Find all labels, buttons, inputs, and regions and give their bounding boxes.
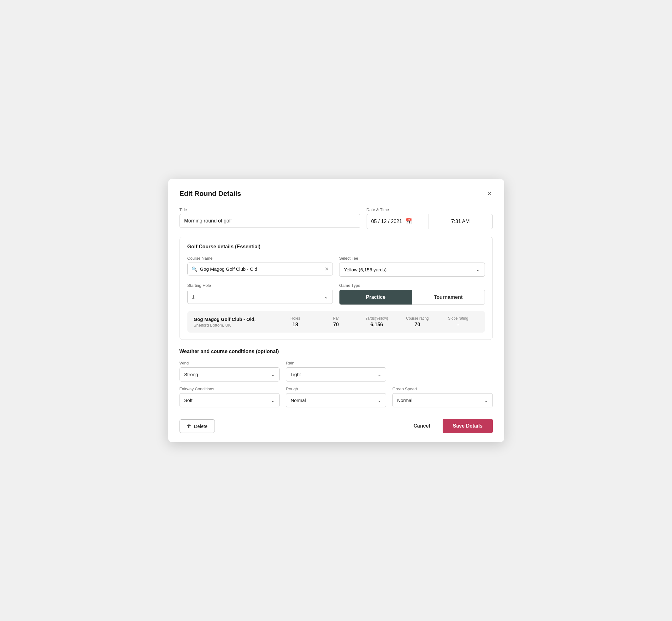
fairway-dropdown[interactable]: Soft ⌄ [179, 393, 280, 407]
par-label: Par [316, 316, 356, 321]
par-value: 70 [316, 322, 356, 328]
modal-title: Edit Round Details [179, 190, 241, 198]
modal-header: Edit Round Details × [179, 189, 493, 199]
course-rating-stat: Course rating 70 [397, 316, 438, 328]
fairway-rough-green-row: Fairway Conditions Soft ⌄ Rough Normal ⌄… [179, 386, 493, 407]
delete-label: Delete [194, 423, 208, 429]
date-time-inputs: 05 / 12 / 2021 📅 7:31 AM [367, 214, 493, 229]
chevron-down-icon: ⌄ [476, 266, 480, 273]
yards-stat: Yards(Yellow) 6,156 [356, 316, 397, 328]
green-speed-label: Green Speed [392, 386, 493, 391]
select-tee-label: Select Tee [339, 256, 485, 261]
trash-icon: 🗑 [187, 423, 192, 429]
course-name-field: Course Name 🔍 ✕ [187, 256, 333, 277]
clear-icon[interactable]: ✕ [325, 266, 329, 272]
title-field-group: Title [179, 207, 360, 229]
title-label: Title [179, 207, 360, 212]
calendar-icon: 📅 [405, 218, 412, 225]
chevron-down-icon: ⌄ [377, 371, 381, 377]
starting-hole-label: Starting Hole [187, 283, 333, 288]
modal-footer: 🗑 Delete Cancel Save Details [179, 415, 493, 433]
par-stat: Par 70 [316, 316, 356, 328]
rough-value: Normal [291, 398, 306, 403]
starting-hole-value: 1 [192, 294, 195, 299]
rough-dropdown[interactable]: Normal ⌄ [286, 393, 386, 407]
wind-dropdown[interactable]: Strong ⌄ [179, 367, 280, 381]
date-time-label: Date & Time [367, 207, 493, 212]
slope-rating-label: Slope rating [438, 316, 478, 321]
game-type-label: Game Type [339, 283, 485, 288]
slope-rating-stat: Slope rating - [438, 316, 478, 328]
course-name-location: Gog Magog Golf Club - Old, Shelford Bott… [194, 317, 275, 328]
date-value: 05 / 12 / 2021 [371, 219, 402, 224]
date-time-field-group: Date & Time 05 / 12 / 2021 📅 7:31 AM [367, 207, 493, 229]
yards-value: 6,156 [356, 322, 397, 328]
edit-round-modal: Edit Round Details × Title Date & Time 0… [168, 179, 504, 442]
chevron-down-icon: ⌄ [271, 397, 275, 403]
rain-field: Rain Light ⌄ [286, 361, 386, 381]
holes-label: Holes [275, 316, 316, 321]
course-location: Shelford Bottom, UK [194, 323, 275, 328]
save-button[interactable]: Save Details [443, 419, 493, 433]
wind-rain-row: Wind Strong ⌄ Rain Light ⌄ [179, 361, 493, 381]
holes-value: 18 [275, 322, 316, 328]
weather-section: Weather and course conditions (optional)… [179, 349, 493, 407]
title-input[interactable] [179, 214, 360, 228]
course-rating-value: 70 [397, 322, 438, 328]
holes-stat: Holes 18 [275, 316, 316, 328]
golf-course-title: Golf Course details (Essential) [187, 244, 485, 250]
starting-hole-field: Starting Hole 1 ⌄ [187, 283, 333, 305]
weather-title: Weather and course conditions (optional) [179, 349, 493, 355]
wind-value: Strong [184, 372, 198, 377]
green-speed-dropdown[interactable]: Normal ⌄ [392, 393, 493, 407]
rain-value: Light [291, 372, 301, 377]
footer-actions: Cancel Save Details [409, 419, 493, 433]
rough-field: Rough Normal ⌄ [286, 386, 386, 407]
close-button[interactable]: × [486, 189, 493, 199]
course-name-tee-row: Course Name 🔍 ✕ Select Tee Yellow (6,156… [187, 256, 485, 277]
fairway-field: Fairway Conditions Soft ⌄ [179, 386, 280, 407]
course-full-name: Gog Magog Golf Club - Old, [194, 317, 275, 322]
golf-course-section: Golf Course details (Essential) Course N… [179, 237, 493, 340]
rough-label: Rough [286, 386, 386, 391]
select-tee-value: Yellow (6,156 yards) [344, 267, 386, 272]
starting-hole-game-type-row: Starting Hole 1 ⌄ Game Type Practice Tou… [187, 283, 485, 305]
starting-hole-dropdown[interactable]: 1 ⌄ [187, 290, 333, 304]
practice-button[interactable]: Practice [339, 290, 412, 304]
tournament-button[interactable]: Tournament [412, 290, 485, 304]
slope-rating-value: - [438, 322, 478, 328]
cancel-button[interactable]: Cancel [409, 419, 435, 432]
green-speed-field: Green Speed Normal ⌄ [392, 386, 493, 407]
time-value: 7:31 AM [451, 219, 470, 224]
course-info-row: Gog Magog Golf Club - Old, Shelford Bott… [187, 311, 485, 333]
select-tee-field: Select Tee Yellow (6,156 yards) ⌄ [339, 256, 485, 277]
chevron-down-icon: ⌄ [271, 371, 275, 377]
title-date-row: Title Date & Time 05 / 12 / 2021 📅 7:31 … [179, 207, 493, 229]
game-type-toggle: Practice Tournament [339, 290, 485, 305]
wind-field: Wind Strong ⌄ [179, 361, 280, 381]
date-input[interactable]: 05 / 12 / 2021 📅 [367, 214, 429, 229]
chevron-down-icon: ⌄ [377, 397, 381, 403]
search-icon: 🔍 [192, 266, 198, 272]
rain-dropdown[interactable]: Light ⌄ [286, 367, 386, 381]
chevron-down-icon: ⌄ [324, 294, 328, 300]
yards-label: Yards(Yellow) [356, 316, 397, 321]
select-tee-dropdown[interactable]: Yellow (6,156 yards) ⌄ [339, 262, 485, 277]
delete-button[interactable]: 🗑 Delete [179, 419, 215, 433]
green-speed-value: Normal [397, 398, 412, 403]
time-input[interactable]: 7:31 AM [428, 214, 493, 229]
chevron-down-icon: ⌄ [484, 397, 488, 403]
course-name-label: Course Name [187, 256, 333, 261]
wind-label: Wind [179, 361, 280, 365]
game-type-field: Game Type Practice Tournament [339, 283, 485, 305]
rain-label: Rain [286, 361, 386, 365]
fairway-label: Fairway Conditions [179, 386, 280, 391]
course-rating-label: Course rating [397, 316, 438, 321]
course-name-search[interactable]: 🔍 ✕ [187, 262, 333, 276]
course-name-input[interactable] [200, 266, 323, 272]
fairway-value: Soft [184, 398, 193, 403]
